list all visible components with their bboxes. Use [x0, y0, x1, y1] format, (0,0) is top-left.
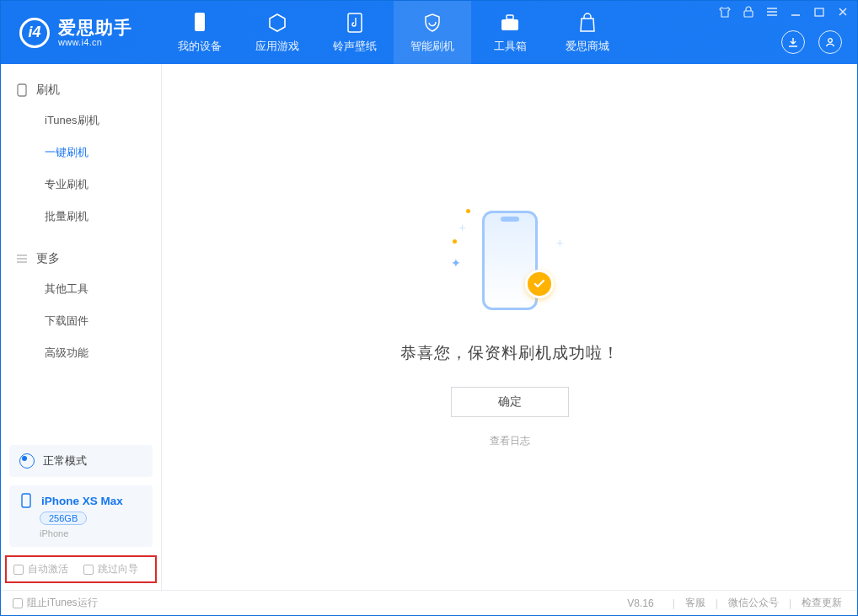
- phone-illustration-icon: [482, 211, 538, 310]
- toolbox-icon: [499, 12, 521, 34]
- bag-icon: [576, 12, 598, 34]
- checkbox-icon: [83, 565, 94, 575]
- checkbox-label: 阻止iTunes运行: [27, 596, 98, 610]
- sidebar-section-more: 更多 其他工具 下载固件 高级功能: [1, 233, 161, 369]
- header-right: [781, 30, 842, 54]
- nav-label: 铃声壁纸: [333, 39, 377, 54]
- nav-label: 智能刷机: [410, 39, 454, 54]
- sidebar-item-other-tools[interactable]: 其他工具: [1, 273, 161, 305]
- main-content: ✦ + + 恭喜您，保资料刷机成功啦！ 确定 查看日志: [162, 64, 857, 590]
- phone-icon: [189, 12, 211, 34]
- nav-my-device[interactable]: 我的设备: [161, 1, 239, 64]
- app-name-en: www.i4.cn: [58, 37, 132, 47]
- device-type: iPhone: [40, 528, 142, 538]
- check-badge-icon: [525, 270, 554, 298]
- menu-icon[interactable]: [766, 6, 778, 18]
- close-icon[interactable]: [837, 6, 849, 18]
- sidebar-heading-more: 更多: [1, 244, 161, 273]
- svg-point-6: [829, 39, 833, 43]
- device-phone-icon: [19, 494, 33, 507]
- logo[interactable]: i4 爱思助手 www.i4.cn: [1, 18, 161, 48]
- sidebar-item-advanced[interactable]: 高级功能: [1, 337, 161, 369]
- svg-rect-1: [348, 13, 362, 32]
- checkbox-label: 跳过向导: [98, 562, 138, 576]
- sidebar-section-flash: 刷机 iTunes刷机 一键刷机 专业刷机 批量刷机: [1, 64, 161, 233]
- top-nav: 我的设备 应用游戏 铃声壁纸 智能刷机 工具箱 爱思商城: [161, 1, 626, 64]
- dot-icon: [453, 239, 457, 244]
- user-icon[interactable]: [818, 30, 842, 54]
- titlebar: [719, 6, 849, 18]
- sidebar-heading-label: 更多: [36, 251, 60, 266]
- nav-label: 我的设备: [178, 39, 222, 54]
- cube-icon: [266, 12, 288, 34]
- app-name-cn: 爱思助手: [58, 18, 132, 37]
- sidebar-item-batch-flash[interactable]: 批量刷机: [1, 201, 161, 233]
- device-capacity: 256GB: [40, 512, 87, 525]
- svg-rect-8: [22, 494, 30, 507]
- checkbox-icon: [13, 598, 23, 608]
- dot-icon: [466, 209, 470, 213]
- sidebar-heading-flash: 刷机: [1, 76, 161, 104]
- success-illustration: ✦ + +: [451, 206, 569, 324]
- nav-apps[interactable]: 应用游戏: [239, 1, 316, 64]
- status-label: 正常模式: [43, 453, 87, 469]
- view-log-link[interactable]: 查看日志: [490, 434, 530, 448]
- footer: 阻止iTunes运行 V8.16 | 客服 | 微信公众号 | 检查更新: [1, 590, 857, 615]
- lock-icon[interactable]: [743, 6, 754, 18]
- minimize-icon[interactable]: [790, 6, 802, 18]
- music-file-icon: [344, 12, 366, 34]
- footer-link-update[interactable]: 检查更新: [798, 596, 845, 610]
- list-icon: [16, 253, 28, 265]
- sidebar-item-download-firmware[interactable]: 下载固件: [1, 305, 161, 337]
- logo-icon: i4: [19, 18, 50, 48]
- device-card[interactable]: iPhone XS Max 256GB iPhone: [9, 485, 153, 547]
- ok-button[interactable]: 确定: [451, 387, 569, 417]
- checkbox-skip-guide[interactable]: 跳过向导: [83, 562, 138, 576]
- svg-rect-4: [744, 11, 753, 17]
- device-name: iPhone XS Max: [41, 495, 123, 507]
- nav-label: 爱思商城: [566, 39, 609, 54]
- svg-rect-7: [18, 84, 26, 96]
- app-window: i4 爱思助手 www.i4.cn 我的设备 应用游戏 铃声壁纸 智能刷机: [0, 0, 858, 616]
- checkbox-icon: [13, 565, 24, 575]
- sidebar-item-pro-flash[interactable]: 专业刷机: [1, 169, 161, 201]
- footer-link-support[interactable]: 客服: [682, 596, 709, 610]
- nav-flash[interactable]: 智能刷机: [394, 1, 471, 64]
- checkbox-block-itunes[interactable]: 阻止iTunes运行: [13, 596, 98, 610]
- sidebar-item-itunes-flash[interactable]: iTunes刷机: [1, 104, 161, 137]
- device-icon: [16, 84, 28, 96]
- sparkle-icon: +: [556, 236, 563, 249]
- body: 刷机 iTunes刷机 一键刷机 专业刷机 批量刷机 更多 其他工具 下载固件 …: [1, 64, 857, 590]
- logo-text: 爱思助手 www.i4.cn: [58, 18, 132, 47]
- nav-ringtones[interactable]: 铃声壁纸: [316, 1, 394, 64]
- svg-rect-5: [815, 8, 823, 16]
- maximize-icon[interactable]: [813, 6, 825, 18]
- sidebar-heading-label: 刷机: [36, 83, 60, 98]
- svg-rect-2: [501, 19, 518, 30]
- sparkle-icon: +: [459, 221, 466, 234]
- checkbox-label: 自动激活: [28, 562, 68, 576]
- svg-rect-0: [195, 13, 205, 31]
- tshirt-icon[interactable]: [719, 6, 731, 18]
- highlighted-options: 自动激活 跳过向导: [5, 555, 157, 583]
- svg-rect-3: [507, 15, 513, 19]
- status-icon: [19, 453, 35, 469]
- download-icon[interactable]: [781, 30, 805, 54]
- checkbox-auto-activate[interactable]: 自动激活: [13, 562, 68, 576]
- nav-label: 工具箱: [494, 39, 527, 54]
- sparkle-icon: ✦: [451, 256, 461, 270]
- refresh-shield-icon: [421, 12, 443, 34]
- success-text: 恭喜您，保资料刷机成功啦！: [400, 342, 619, 363]
- status-card[interactable]: 正常模式: [9, 445, 153, 477]
- sidebar: 刷机 iTunes刷机 一键刷机 专业刷机 批量刷机 更多 其他工具 下载固件 …: [1, 64, 162, 590]
- footer-link-wechat[interactable]: 微信公众号: [725, 596, 782, 610]
- header: i4 爱思助手 www.i4.cn 我的设备 应用游戏 铃声壁纸 智能刷机: [1, 1, 857, 64]
- sidebar-item-oneclick-flash[interactable]: 一键刷机: [1, 137, 161, 169]
- nav-store[interactable]: 爱思商城: [549, 1, 626, 64]
- nav-toolbox[interactable]: 工具箱: [471, 1, 549, 64]
- version-label: V8.16: [627, 597, 653, 609]
- nav-label: 应用游戏: [255, 39, 299, 54]
